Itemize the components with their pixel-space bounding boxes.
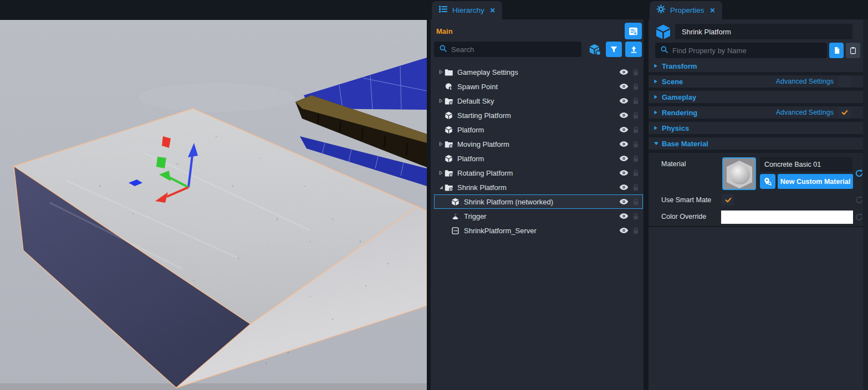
lock-icon[interactable]	[632, 155, 639, 163]
section-label: Transform	[662, 62, 697, 70]
color-override-swatch[interactable]	[721, 211, 853, 224]
expand-arrow-icon[interactable]	[437, 141, 445, 147]
add-object-icon[interactable]	[589, 43, 601, 56]
visibility-eye-icon[interactable]	[619, 155, 629, 162]
tree-item-rotating-platform[interactable]: Rotating Platform	[434, 166, 643, 180]
tree-item-platform[interactable]: Platform	[434, 151, 643, 166]
upload-button[interactable]	[625, 42, 642, 57]
expand-arrow-icon[interactable]	[437, 170, 445, 176]
tree-item-moving-platform[interactable]: Moving Platform	[434, 137, 643, 151]
section-label: Gameplay	[662, 93, 696, 101]
tree-item-gameplay-settings[interactable]: Gameplay Settings	[434, 65, 643, 79]
reset-color-override-icon[interactable]	[855, 213, 864, 222]
lock-icon[interactable]	[632, 111, 639, 120]
lock-icon[interactable]	[632, 83, 639, 91]
material-thumb-ball	[730, 165, 750, 184]
section-collapsed-arrow-icon[interactable]	[653, 63, 660, 69]
lock-icon[interactable]	[632, 140, 639, 148]
expand-arrow-icon[interactable]	[437, 98, 445, 104]
lock-icon[interactable]	[632, 97, 639, 105]
tree-item-label: ShrinkPlatform_Server	[464, 227, 537, 235]
lock-icon[interactable]	[632, 126, 639, 134]
properties-scrollbar[interactable]	[863, 19, 868, 390]
section-base-material[interactable]: Base Material	[649, 137, 864, 150]
tree-item-shrinkplatform-server[interactable]: ShrinkPlatform_Server	[434, 223, 643, 238]
advanced-settings-checkbox[interactable]	[838, 76, 851, 87]
world-slate-button[interactable]	[625, 23, 642, 39]
tree-item-shrink-platform[interactable]: Shrink Platform	[434, 180, 643, 194]
expand-arrow-icon[interactable]	[437, 184, 445, 191]
search-icon	[439, 44, 447, 55]
hierarchy-search-input[interactable]	[451, 45, 576, 54]
section-scene[interactable]: SceneAdvanced Settings	[649, 75, 864, 88]
hierarchy-root-label: Main	[436, 27, 453, 35]
visibility-eye-icon[interactable]	[619, 69, 629, 75]
material-name-chip[interactable]: Concrete Basic 01	[760, 157, 852, 172]
locate-material-button[interactable]	[760, 174, 775, 189]
tree-item-starting-platform[interactable]: Starting Platform	[434, 108, 643, 122]
hierarchy-search[interactable]	[434, 42, 581, 57]
tree-item-trigger[interactable]: Trigger	[434, 209, 643, 223]
tree-item-controls	[619, 83, 642, 91]
tab-hierarchy[interactable]: Hierarchy ✕	[432, 1, 502, 19]
visibility-eye-icon[interactable]	[619, 83, 629, 90]
hierarchy-list-icon	[438, 5, 448, 16]
lock-icon[interactable]	[632, 68, 639, 76]
visibility-eye-icon[interactable]	[619, 170, 629, 176]
reset-smart-material-icon[interactable]	[855, 196, 864, 204]
visibility-eye-icon[interactable]	[619, 184, 629, 191]
visibility-eye-icon[interactable]	[619, 98, 629, 104]
lock-icon[interactable]	[632, 227, 639, 235]
folder-gear-icon	[445, 168, 454, 178]
tree-item-spawn-point[interactable]: Spawn Point	[434, 79, 643, 94]
lock-icon[interactable]	[632, 212, 639, 220]
visibility-eye-icon[interactable]	[619, 213, 629, 219]
tree-item-platform[interactable]: Platform	[434, 122, 643, 137]
property-search-input[interactable]	[672, 47, 822, 55]
advanced-settings-checkbox[interactable]	[838, 107, 851, 118]
material-thumbnail[interactable]	[722, 157, 756, 190]
script-icon	[451, 226, 461, 235]
spawn-icon	[445, 82, 454, 91]
viewport-3d[interactable]	[0, 20, 427, 390]
section-gameplay[interactable]: Gameplay	[649, 91, 864, 103]
tree-item-shrink-platform-networked[interactable]: Shrink Platform (networked)	[434, 194, 643, 209]
tree-item-controls	[619, 126, 642, 134]
visibility-eye-icon[interactable]	[619, 126, 629, 133]
section-collapsed-arrow-icon[interactable]	[653, 125, 660, 131]
paste-properties-button[interactable]	[846, 43, 860, 58]
cube-icon	[445, 154, 454, 163]
visibility-eye-icon[interactable]	[619, 112, 629, 119]
filter-button[interactable]	[606, 42, 622, 57]
tab-properties[interactable]: Properties ✕	[650, 1, 722, 19]
section-physics[interactable]: Physics	[649, 122, 864, 134]
visibility-eye-icon[interactable]	[619, 141, 629, 147]
lock-icon[interactable]	[632, 198, 639, 206]
color-override-label: Color Override	[661, 213, 706, 220]
lock-icon[interactable]	[632, 183, 639, 192]
tree-item-label: Default Sky	[457, 97, 494, 105]
new-custom-material-button[interactable]: New Custom Material	[778, 174, 853, 189]
reset-material-icon[interactable]	[855, 169, 864, 178]
use-smart-material-checkbox[interactable]	[722, 194, 734, 206]
section-rendering[interactable]: RenderingAdvanced Settings	[649, 106, 864, 119]
section-transform[interactable]: Transform	[649, 60, 864, 72]
properties-close-icon[interactable]: ✕	[710, 7, 716, 14]
section-collapsed-arrow-icon[interactable]	[653, 79, 660, 84]
visibility-eye-icon[interactable]	[619, 198, 629, 205]
section-collapsed-arrow-icon[interactable]	[653, 110, 660, 115]
lock-icon[interactable]	[632, 169, 639, 177]
section-label: Scene	[662, 78, 683, 86]
object-name-field[interactable]	[675, 24, 852, 39]
hierarchy-close-icon[interactable]: ✕	[490, 7, 496, 14]
section-collapsed-arrow-icon[interactable]	[653, 94, 660, 100]
property-search[interactable]	[655, 43, 827, 58]
tree-item-default-sky[interactable]: Default Sky	[434, 94, 643, 108]
expand-arrow-icon[interactable]	[437, 69, 445, 75]
expand-arrow-none	[443, 227, 451, 234]
tree-item-controls	[619, 198, 642, 206]
copy-properties-button[interactable]	[829, 43, 844, 58]
section-expanded-arrow-icon[interactable]	[653, 141, 660, 146]
visibility-eye-icon[interactable]	[619, 227, 629, 234]
tree-item-label: Shrink Platform	[457, 183, 507, 192]
